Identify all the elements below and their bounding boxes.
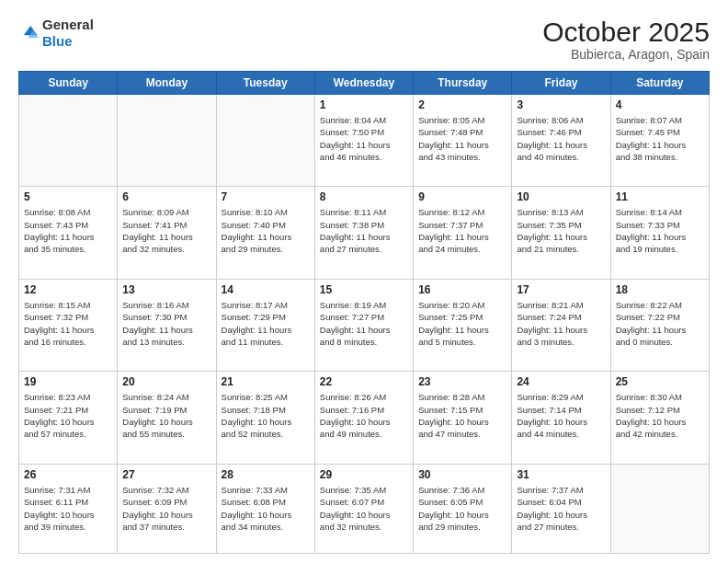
- weekday-header: Thursday: [414, 72, 512, 95]
- calendar-cell: 28Sunrise: 7:33 AM Sunset: 6:08 PM Dayli…: [216, 464, 314, 553]
- day-info: Sunrise: 7:36 AM Sunset: 6:05 PM Dayligh…: [418, 484, 506, 533]
- calendar-cell: [610, 464, 709, 553]
- day-number: 19: [24, 375, 112, 388]
- day-info: Sunrise: 8:25 AM Sunset: 7:18 PM Dayligh…: [222, 391, 310, 440]
- calendar-week-row: 19Sunrise: 8:23 AM Sunset: 7:21 PM Dayli…: [19, 372, 710, 464]
- calendar-cell: 1Sunrise: 8:04 AM Sunset: 7:50 PM Daylig…: [314, 95, 413, 187]
- day-number: 28: [222, 468, 310, 481]
- header: General Blue October 2025 Bubierca, Arag…: [18, 17, 710, 62]
- calendar-cell: [19, 95, 118, 187]
- calendar-cell: 3Sunrise: 8:06 AM Sunset: 7:46 PM Daylig…: [512, 95, 610, 187]
- calendar-week-row: 5Sunrise: 8:08 AM Sunset: 7:43 PM Daylig…: [19, 187, 710, 279]
- page: General Blue October 2025 Bubierca, Arag…: [0, 0, 728, 563]
- day-info: Sunrise: 8:30 AM Sunset: 7:12 PM Dayligh…: [616, 391, 704, 440]
- weekday-header: Friday: [512, 72, 610, 95]
- day-number: 7: [222, 190, 310, 203]
- day-number: 2: [418, 98, 506, 111]
- weekday-header: Saturday: [610, 72, 709, 95]
- day-number: 18: [616, 283, 704, 296]
- day-number: 5: [24, 190, 112, 203]
- day-info: Sunrise: 8:14 AM Sunset: 7:33 PM Dayligh…: [616, 206, 704, 255]
- day-number: 17: [517, 283, 605, 296]
- calendar-cell: 2Sunrise: 8:05 AM Sunset: 7:48 PM Daylig…: [414, 95, 512, 187]
- day-info: Sunrise: 8:05 AM Sunset: 7:48 PM Dayligh…: [418, 114, 506, 163]
- weekday-header-row: SundayMondayTuesdayWednesdayThursdayFrid…: [19, 72, 710, 95]
- day-info: Sunrise: 8:13 AM Sunset: 7:35 PM Dayligh…: [517, 206, 605, 255]
- day-number: 8: [320, 190, 408, 203]
- calendar-cell: 26Sunrise: 7:31 AM Sunset: 6:11 PM Dayli…: [19, 464, 118, 553]
- day-number: 10: [517, 190, 605, 203]
- day-info: Sunrise: 8:28 AM Sunset: 7:15 PM Dayligh…: [418, 391, 506, 440]
- calendar-cell: 21Sunrise: 8:25 AM Sunset: 7:18 PM Dayli…: [216, 372, 314, 464]
- calendar-cell: 10Sunrise: 8:13 AM Sunset: 7:35 PM Dayli…: [512, 187, 610, 279]
- calendar-cell: 31Sunrise: 7:37 AM Sunset: 6:04 PM Dayli…: [512, 464, 610, 553]
- day-number: 9: [418, 190, 506, 203]
- day-number: 25: [616, 375, 704, 388]
- day-number: 13: [122, 283, 210, 296]
- calendar-cell: 19Sunrise: 8:23 AM Sunset: 7:21 PM Dayli…: [19, 372, 118, 464]
- calendar-cell: 23Sunrise: 8:28 AM Sunset: 7:15 PM Dayli…: [414, 372, 512, 464]
- day-info: Sunrise: 8:12 AM Sunset: 7:37 PM Dayligh…: [418, 206, 506, 255]
- calendar-cell: 25Sunrise: 8:30 AM Sunset: 7:12 PM Dayli…: [610, 372, 709, 464]
- day-info: Sunrise: 8:11 AM Sunset: 7:38 PM Dayligh…: [320, 206, 408, 255]
- day-info: Sunrise: 7:31 AM Sunset: 6:11 PM Dayligh…: [24, 484, 112, 533]
- calendar-week-row: 12Sunrise: 8:15 AM Sunset: 7:32 PM Dayli…: [19, 279, 710, 371]
- day-info: Sunrise: 8:08 AM Sunset: 7:43 PM Dayligh…: [24, 206, 112, 255]
- day-info: Sunrise: 8:21 AM Sunset: 7:24 PM Dayligh…: [517, 299, 605, 348]
- calendar-cell: 15Sunrise: 8:19 AM Sunset: 7:27 PM Dayli…: [314, 279, 413, 371]
- day-number: 24: [517, 375, 605, 388]
- day-info: Sunrise: 8:19 AM Sunset: 7:27 PM Dayligh…: [320, 299, 408, 348]
- day-number: 14: [222, 283, 310, 296]
- day-number: 16: [418, 283, 506, 296]
- day-number: 11: [616, 190, 704, 203]
- day-info: Sunrise: 7:33 AM Sunset: 6:08 PM Dayligh…: [222, 484, 310, 533]
- calendar-cell: [118, 95, 216, 187]
- day-number: 20: [122, 375, 210, 388]
- calendar-cell: 12Sunrise: 8:15 AM Sunset: 7:32 PM Dayli…: [19, 279, 118, 371]
- day-info: Sunrise: 7:37 AM Sunset: 6:04 PM Dayligh…: [517, 484, 605, 533]
- day-number: 6: [122, 190, 210, 203]
- weekday-header: Wednesday: [314, 72, 413, 95]
- calendar-cell: 17Sunrise: 8:21 AM Sunset: 7:24 PM Dayli…: [512, 279, 610, 371]
- day-number: 26: [24, 468, 112, 481]
- day-number: 12: [24, 283, 112, 296]
- day-number: 21: [222, 375, 310, 388]
- day-info: Sunrise: 8:17 AM Sunset: 7:29 PM Dayligh…: [222, 299, 310, 348]
- day-info: Sunrise: 8:16 AM Sunset: 7:30 PM Dayligh…: [122, 299, 210, 348]
- calendar-cell: 14Sunrise: 8:17 AM Sunset: 7:29 PM Dayli…: [216, 279, 314, 371]
- logo-icon: [18, 23, 39, 43]
- calendar-cell: 22Sunrise: 8:26 AM Sunset: 7:16 PM Dayli…: [314, 372, 413, 464]
- calendar-cell: 13Sunrise: 8:16 AM Sunset: 7:30 PM Dayli…: [118, 279, 216, 371]
- calendar-week-row: 1Sunrise: 8:04 AM Sunset: 7:50 PM Daylig…: [19, 95, 710, 187]
- calendar-cell: 30Sunrise: 7:36 AM Sunset: 6:05 PM Dayli…: [414, 464, 512, 553]
- calendar-cell: 18Sunrise: 8:22 AM Sunset: 7:22 PM Dayli…: [610, 279, 709, 371]
- logo-blue: Blue: [42, 33, 73, 49]
- calendar-cell: 5Sunrise: 8:08 AM Sunset: 7:43 PM Daylig…: [19, 187, 118, 279]
- day-info: Sunrise: 8:04 AM Sunset: 7:50 PM Dayligh…: [320, 114, 408, 163]
- calendar-cell: 27Sunrise: 7:32 AM Sunset: 6:09 PM Dayli…: [118, 464, 216, 553]
- day-number: 30: [418, 468, 506, 481]
- calendar-cell: 8Sunrise: 8:11 AM Sunset: 7:38 PM Daylig…: [314, 187, 413, 279]
- day-info: Sunrise: 8:22 AM Sunset: 7:22 PM Dayligh…: [616, 299, 704, 348]
- day-info: Sunrise: 8:10 AM Sunset: 7:40 PM Dayligh…: [222, 206, 310, 255]
- day-info: Sunrise: 8:23 AM Sunset: 7:21 PM Dayligh…: [24, 391, 112, 440]
- weekday-header: Tuesday: [216, 72, 314, 95]
- calendar-cell: 7Sunrise: 8:10 AM Sunset: 7:40 PM Daylig…: [216, 187, 314, 279]
- logo-general: General: [42, 17, 94, 32]
- day-number: 29: [320, 468, 408, 481]
- day-info: Sunrise: 7:35 AM Sunset: 6:07 PM Dayligh…: [320, 484, 408, 533]
- calendar-cell: 16Sunrise: 8:20 AM Sunset: 7:25 PM Dayli…: [414, 279, 512, 371]
- calendar-week-row: 26Sunrise: 7:31 AM Sunset: 6:11 PM Dayli…: [19, 464, 710, 553]
- calendar-cell: 29Sunrise: 7:35 AM Sunset: 6:07 PM Dayli…: [314, 464, 413, 553]
- day-number: 31: [517, 468, 605, 481]
- weekday-header: Monday: [118, 72, 216, 95]
- calendar-cell: 24Sunrise: 8:29 AM Sunset: 7:14 PM Dayli…: [512, 372, 610, 464]
- day-info: Sunrise: 8:15 AM Sunset: 7:32 PM Dayligh…: [24, 299, 112, 348]
- day-info: Sunrise: 8:06 AM Sunset: 7:46 PM Dayligh…: [517, 114, 605, 163]
- logo: General Blue: [18, 17, 94, 50]
- location-title: Bubierca, Aragon, Spain: [542, 47, 710, 62]
- title-block: October 2025 Bubierca, Aragon, Spain: [542, 17, 710, 62]
- weekday-header: Sunday: [19, 72, 118, 95]
- day-info: Sunrise: 8:26 AM Sunset: 7:16 PM Dayligh…: [320, 391, 408, 440]
- day-info: Sunrise: 8:29 AM Sunset: 7:14 PM Dayligh…: [517, 391, 605, 440]
